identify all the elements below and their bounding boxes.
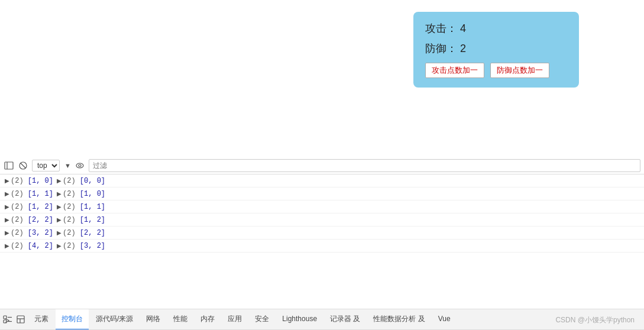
- expand-icon[interactable]: ▶: [57, 190, 62, 197]
- console-content: ▶ (2) [1, 0] ▶ (2) [0, 0] ▶ (2) [1, 1] ▶…: [0, 174, 644, 253]
- tab-security[interactable]: 安全: [249, 309, 275, 330]
- devtools-tab-bar: 元素 控制台 源代码/来源 网络 性能 内存 应用 安全 Lighthouse …: [0, 309, 644, 330]
- expand-icon[interactable]: ▶: [5, 177, 9, 184]
- tab-perfdata-label: 性能数据分析 及: [373, 314, 425, 324]
- table-row: ▶ (2) [4, 2] ▶ (2) [3, 2]: [0, 240, 644, 253]
- svg-point-11: [76, 163, 83, 168]
- expand-icon[interactable]: ▶: [5, 190, 9, 197]
- devtools-container: 元素 控制台 源代码/来源 网络 性能 内存 应用 安全 Lighthouse …: [0, 157, 644, 330]
- tab-network-label: 网络: [146, 314, 160, 324]
- table-row: ▶ (2) [1, 1] ▶ (2) [1, 0]: [0, 187, 644, 200]
- context-select[interactable]: top: [32, 160, 60, 172]
- defense-increment-button[interactable]: 防御点数加一: [490, 63, 549, 78]
- expand-icon[interactable]: ▶: [57, 216, 62, 223]
- attack-value: 4: [460, 22, 466, 34]
- expand-icon[interactable]: ▶: [5, 203, 9, 210]
- tab-console-label: 控制台: [62, 314, 83, 324]
- expand-icon[interactable]: ▶: [57, 242, 62, 249]
- expand-icon[interactable]: ▶: [5, 229, 9, 236]
- tab-source-label: 源代码/来源: [96, 314, 133, 324]
- dropdown-arrow-icon: ▼: [64, 162, 71, 169]
- tab-performance[interactable]: 性能: [167, 309, 193, 330]
- table-row: ▶ (2) [3, 2] ▶ (2) [2, 2]: [0, 227, 644, 240]
- expand-icon[interactable]: ▶: [57, 229, 62, 236]
- clear-console-icon[interactable]: [18, 160, 28, 171]
- tab-memory[interactable]: 内存: [195, 309, 221, 330]
- defense-stat: 防御： 2: [425, 41, 567, 56]
- tab-network[interactable]: 网络: [140, 309, 166, 330]
- expand-icon[interactable]: ▶: [5, 242, 9, 249]
- tab-security-label: 安全: [255, 314, 269, 324]
- tab-recorder-label: 记录器 及: [330, 314, 360, 324]
- console-toolbar: top ▼: [0, 157, 644, 174]
- svg-line-10: [21, 163, 25, 168]
- expand-icon[interactable]: ▶: [57, 203, 62, 210]
- card-buttons: 攻击点数加一 防御点数加一: [425, 63, 567, 78]
- tab-console[interactable]: 控制台: [56, 309, 89, 330]
- top-area: 攻击： 4 防御： 2 攻击点数加一 防御点数加一: [0, 0, 644, 157]
- attack-label: 攻击：: [425, 22, 457, 34]
- tab-memory-label: 内存: [200, 314, 215, 324]
- defense-value: 2: [460, 43, 466, 54]
- defense-label: 防御：: [425, 43, 457, 54]
- tab-source[interactable]: 源代码/来源: [90, 309, 139, 330]
- attack-stat: 攻击： 4: [425, 21, 567, 35]
- svg-rect-7: [5, 162, 13, 169]
- info-card: 攻击： 4 防御： 2 攻击点数加一 防御点数加一: [413, 12, 579, 88]
- devtools-icon-2[interactable]: [15, 314, 26, 325]
- tab-application[interactable]: 应用: [222, 309, 248, 330]
- tab-lighthouse-label: Lighthouse: [282, 315, 317, 323]
- tab-application-label: 应用: [228, 314, 242, 324]
- watermark: CSDN @小馒头学python: [555, 315, 635, 325]
- svg-rect-4: [17, 316, 24, 323]
- expand-icon[interactable]: ▶: [57, 177, 62, 184]
- bottom-arrow: >: [5, 316, 9, 325]
- tab-lighthouse[interactable]: Lighthouse: [276, 309, 323, 330]
- attack-increment-button[interactable]: 攻击点数加一: [425, 63, 484, 78]
- tab-elements[interactable]: 元素: [28, 309, 54, 330]
- table-row: ▶ (2) [1, 0] ▶ (2) [0, 0]: [0, 174, 644, 187]
- eye-icon[interactable]: [75, 160, 85, 171]
- tab-vue[interactable]: Vue: [432, 309, 457, 330]
- table-row: ▶ (2) [2, 2] ▶ (2) [1, 2]: [0, 213, 644, 227]
- filter-input[interactable]: [89, 159, 640, 172]
- tab-vue-label: Vue: [438, 315, 451, 323]
- tab-elements-label: 元素: [34, 314, 48, 324]
- svg-point-12: [79, 164, 81, 167]
- expand-icon[interactable]: ▶: [5, 216, 9, 223]
- tab-perfdata[interactable]: 性能数据分析 及: [367, 309, 431, 330]
- tab-recorder[interactable]: 记录器 及: [324, 309, 366, 330]
- table-row: ▶ (2) [1, 2] ▶ (2) [1, 1]: [0, 200, 644, 213]
- sidebar-toggle-icon[interactable]: [4, 160, 14, 171]
- tab-performance-label: 性能: [173, 314, 187, 324]
